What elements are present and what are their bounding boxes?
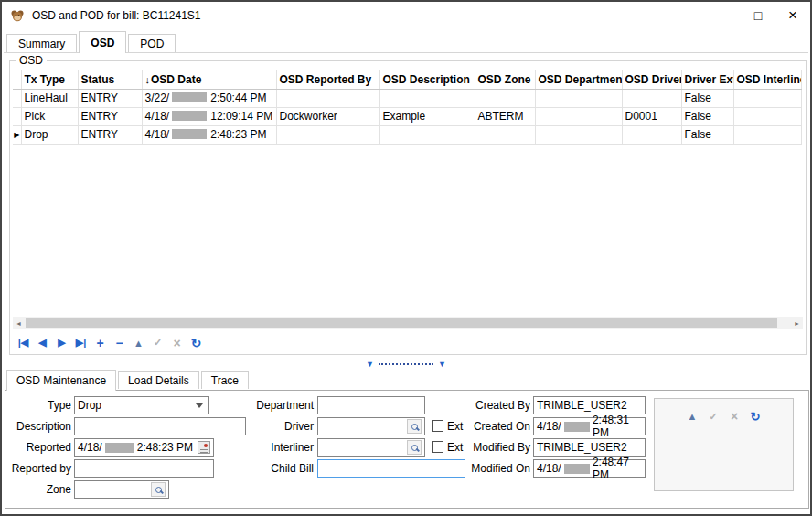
scrollbar-thumb[interactable] [26, 318, 777, 328]
collapse-left-icon[interactable]: ▼ [366, 360, 374, 369]
cell-osd-description[interactable] [379, 89, 475, 107]
col-osd-driver[interactable]: OSD Driver [622, 70, 681, 89]
nav-post-button[interactable]: ✓ [149, 334, 166, 351]
cell-osd-zone[interactable] [475, 89, 535, 107]
splitter-grip[interactable] [379, 363, 433, 365]
reported-by-input[interactable] [74, 459, 214, 478]
tab-osd[interactable]: OSD [79, 31, 126, 53]
nav-prior-button[interactable]: ◀ [34, 334, 51, 351]
cell-osd-driver[interactable] [622, 89, 681, 107]
datetime-picker-icon[interactable] [198, 441, 210, 454]
scroll-left-icon[interactable]: ◄ [13, 317, 25, 329]
splitter[interactable]: ▼ ▼ [2, 359, 810, 370]
interliner-input[interactable] [321, 441, 407, 454]
interliner-lookup-button[interactable] [407, 440, 422, 455]
cell-osd-interliner[interactable] [733, 125, 801, 144]
col-tx-type[interactable]: Tx Type [21, 70, 78, 89]
zone-input[interactable] [78, 483, 151, 496]
cell-osd-date[interactable]: 4/18/2:48:23 PM [142, 125, 276, 144]
redaction-block [564, 422, 590, 432]
col-osd-department[interactable]: OSD Department [535, 70, 622, 89]
scroll-right-icon[interactable]: ► [791, 317, 803, 329]
type-label: Type [5, 396, 71, 414]
created-on-label: Created On [435, 417, 530, 435]
cell-driver-ext[interactable]: False [681, 89, 733, 107]
cell-osd-description[interactable] [379, 125, 475, 144]
cell-osd-interliner[interactable] [733, 107, 801, 125]
side-refresh-button[interactable]: ↻ [746, 408, 764, 425]
nav-cancel-button[interactable]: × [168, 334, 186, 351]
nav-next-button[interactable]: ▶ [53, 334, 70, 351]
cell-osd-zone[interactable] [475, 125, 535, 144]
cell-osd-reported-by[interactable] [276, 125, 379, 144]
modified-on-field[interactable]: 4/18/ 2:48:47 PM [533, 459, 646, 478]
cell-osd-reported-by[interactable]: Dockworker [276, 107, 379, 125]
col-driver-ext[interactable]: Driver Ext [681, 70, 733, 89]
grid-row-pick[interactable]: Pick ENTRY 4/18/12:09:14 PM Dockworker E… [13, 107, 801, 125]
cell-osd-date[interactable]: 3/22/2:50:44 PM [142, 89, 276, 107]
driver-input[interactable] [321, 420, 407, 433]
side-edit-button[interactable]: ▲ [683, 408, 701, 425]
modified-by-input[interactable] [533, 438, 646, 457]
cell-osd-department[interactable] [535, 89, 622, 107]
interliner-field[interactable] [317, 438, 425, 457]
zone-lookup-button[interactable] [151, 482, 166, 497]
created-by-input[interactable] [533, 396, 646, 414]
cell-osd-driver[interactable]: D0001 [622, 107, 681, 125]
grid-row-linehaul[interactable]: LineHaul ENTRY 3/22/2:50:44 PM False [13, 89, 801, 107]
nav-first-button[interactable]: |◀ [15, 334, 32, 351]
cell-tx-type[interactable]: Pick [21, 107, 78, 125]
nav-delete-button[interactable]: − [111, 334, 128, 351]
grid-header-row: Tx Type Status ↓OSD Date OSD Reported By… [13, 70, 801, 89]
driver-field[interactable] [317, 417, 425, 435]
col-status[interactable]: Status [78, 70, 142, 89]
close-button[interactable]: × [775, 2, 810, 29]
maximize-button[interactable]: □ [741, 2, 775, 29]
nav-insert-button[interactable]: + [91, 334, 109, 351]
interliner-label: Interliner [216, 438, 314, 457]
cell-tx-type[interactable]: LineHaul [21, 89, 78, 107]
collapse-right-icon[interactable]: ▼ [438, 360, 446, 369]
reported-datetime-field[interactable]: 4/18/ 2:48:23 PM [74, 438, 214, 457]
nav-edit-button[interactable]: ▲ [130, 334, 147, 351]
zone-field[interactable] [74, 480, 169, 499]
cell-osd-zone[interactable]: ABTERM [475, 107, 535, 125]
tab-load-details[interactable]: Load Details [118, 371, 199, 389]
col-osd-zone[interactable]: OSD Zone [475, 70, 535, 89]
side-post-button[interactable]: ✓ [704, 408, 722, 425]
col-osd-description[interactable]: OSD Description [379, 70, 475, 89]
cell-driver-ext[interactable]: False [681, 125, 733, 144]
horizontal-scrollbar[interactable]: ◄ ► [13, 317, 803, 329]
col-osd-reported-by[interactable]: OSD Reported By [276, 70, 379, 89]
nav-refresh-button[interactable]: ↻ [187, 334, 205, 351]
cell-osd-description[interactable]: Example [379, 107, 475, 125]
cell-osd-driver[interactable] [622, 125, 681, 144]
cell-status[interactable]: ENTRY [78, 107, 142, 125]
type-combobox[interactable]: Drop [74, 396, 209, 414]
tab-summary[interactable]: Summary [6, 34, 77, 52]
created-on-field[interactable]: 4/18/ 2:48:31 PM [533, 417, 646, 435]
driver-lookup-button[interactable] [407, 419, 422, 434]
col-osd-interliner[interactable]: OSD Interliner [733, 70, 801, 89]
cell-tx-type[interactable]: Drop [21, 125, 78, 144]
child-bill-label: Child Bill [216, 459, 314, 478]
cell-osd-interliner[interactable] [733, 89, 801, 107]
tab-trace[interactable]: Trace [201, 371, 249, 389]
cell-osd-department[interactable] [535, 125, 622, 144]
col-osd-date[interactable]: ↓OSD Date [142, 70, 276, 89]
grid-row-drop[interactable]: ▶ Drop ENTRY 4/18/2:48:23 PM False [13, 125, 801, 144]
cell-osd-date[interactable]: 4/18/12:09:14 PM [142, 107, 276, 125]
reported-label: Reported [5, 438, 71, 457]
tab-pod[interactable]: POD [128, 34, 176, 52]
chevron-down-icon[interactable] [193, 403, 206, 408]
cell-driver-ext[interactable]: False [681, 107, 733, 125]
cell-status[interactable]: ENTRY [78, 125, 142, 144]
description-label: Description [5, 417, 71, 435]
cell-osd-reported-by[interactable] [276, 89, 379, 107]
side-cancel-button[interactable]: × [725, 408, 743, 425]
nav-last-button[interactable]: ▶| [72, 334, 90, 351]
tab-osd-maintenance[interactable]: OSD Maintenance [6, 370, 116, 391]
cell-status[interactable]: ENTRY [78, 89, 142, 107]
department-input[interactable] [317, 396, 425, 414]
cell-osd-department[interactable] [535, 107, 622, 125]
